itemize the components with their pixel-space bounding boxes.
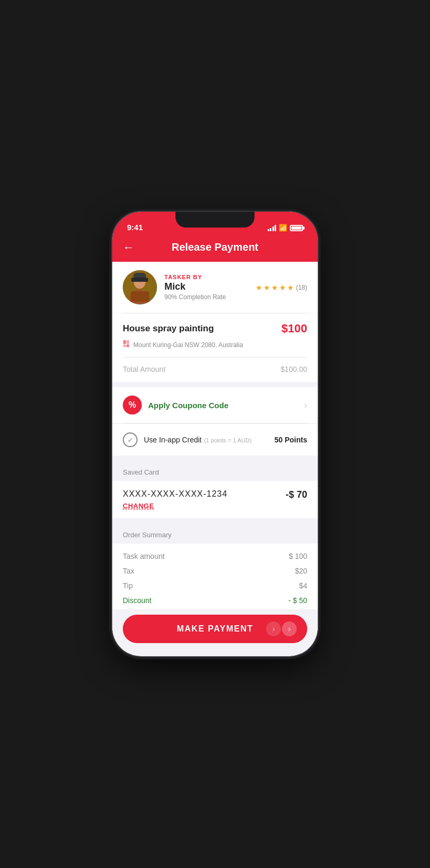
job-section: House spray painting $100 Mount Kuring-G… bbox=[112, 313, 318, 382]
header: ← Release Payment bbox=[112, 235, 318, 262]
task-amount-value: $ 100 bbox=[289, 552, 307, 560]
card-deduction: -$ 70 bbox=[286, 489, 307, 500]
card-left: XXXX-XXXX-XXXX-1234 CHANGE bbox=[123, 489, 228, 510]
chevron-2: › bbox=[282, 622, 297, 636]
battery-icon bbox=[290, 225, 303, 231]
svg-rect-10 bbox=[126, 344, 129, 347]
section-gap-2 bbox=[112, 456, 318, 461]
tasker-completion-rate: 90% Completion Rate bbox=[164, 293, 248, 301]
discount-label: Discount bbox=[123, 596, 151, 605]
make-payment-label: MAKE PAYMENT bbox=[177, 624, 253, 634]
coupon-icon: % bbox=[123, 396, 142, 415]
star-half: ★ bbox=[287, 283, 294, 292]
credit-icon: ✓ bbox=[123, 432, 138, 447]
chevron-right-icon: › bbox=[304, 400, 307, 411]
task-amount-label: Task amount bbox=[123, 552, 164, 560]
tip-label: Tip bbox=[123, 581, 133, 590]
avatar-image bbox=[123, 270, 157, 304]
total-value: $100.00 bbox=[280, 365, 307, 373]
job-total-row: Total Amount $100.00 bbox=[123, 365, 307, 373]
wifi-icon: 📶 bbox=[279, 224, 287, 232]
credit-left: ✓ Use In-app Credit (1 points = 1 AUD) bbox=[123, 432, 251, 447]
job-title: House spray painting bbox=[123, 323, 214, 334]
percent-icon: % bbox=[129, 400, 136, 410]
notch bbox=[175, 212, 255, 228]
order-summary-label: Order Summary bbox=[123, 531, 171, 539]
battery-fill bbox=[291, 226, 301, 230]
change-card-button[interactable]: CHANGE bbox=[123, 502, 228, 510]
tasker-info: TASKER BY Mick 90% Completion Rate bbox=[164, 274, 248, 301]
star-4: ★ bbox=[279, 283, 286, 292]
star-2: ★ bbox=[263, 283, 270, 292]
svg-rect-9 bbox=[123, 344, 126, 347]
section-gap-3 bbox=[112, 518, 318, 524]
page-title: Release Payment bbox=[172, 241, 259, 253]
discount-row: Discount - $ 50 bbox=[123, 596, 307, 605]
job-price: $100 bbox=[281, 322, 307, 336]
back-button[interactable]: ← bbox=[123, 241, 134, 254]
credit-points: 50 Points bbox=[275, 436, 307, 444]
discount-value: - $ 50 bbox=[288, 596, 307, 605]
saved-card-header: Saved Card bbox=[112, 461, 318, 481]
phone-screen: 9:41 📶 ← Release Payment bbox=[112, 212, 318, 656]
coupon-label: Apply Coupone Code bbox=[148, 401, 229, 410]
check-icon: ✓ bbox=[128, 436, 133, 444]
divider-2 bbox=[123, 423, 307, 423]
location-text: Mount Kuring-Gai NSW 2080, Australia bbox=[133, 341, 243, 349]
scroll-content: TASKER BY Mick 90% Completion Rate ★ ★ ★… bbox=[112, 262, 318, 654]
tax-value: $20 bbox=[295, 567, 307, 575]
total-label: Total Amount bbox=[123, 365, 165, 373]
location-icon bbox=[123, 340, 130, 350]
job-location: Mount Kuring-Gai NSW 2080, Australia bbox=[123, 340, 307, 350]
card-number: XXXX-XXXX-XXXX-1234 bbox=[123, 489, 228, 499]
payment-chevrons: › › bbox=[266, 622, 297, 636]
payment-bar: MAKE PAYMENT › › bbox=[112, 609, 318, 654]
tip-value: $4 bbox=[299, 581, 307, 590]
job-divider bbox=[123, 357, 307, 358]
job-header: House spray painting $100 bbox=[123, 322, 307, 336]
task-amount-row: Task amount $ 100 bbox=[123, 552, 307, 560]
tasker-label: TASKER BY bbox=[164, 274, 248, 280]
chevron-1: › bbox=[266, 622, 281, 636]
tasker-rating: ★ ★ ★ ★ ★ (18) bbox=[256, 283, 307, 292]
coupon-section[interactable]: % Apply Coupone Code › bbox=[112, 387, 318, 423]
phone-frame: 9:41 📶 ← Release Payment bbox=[112, 212, 318, 656]
tip-row: Tip $4 bbox=[123, 581, 307, 590]
svg-rect-6 bbox=[131, 278, 148, 282]
star-rating: ★ ★ ★ ★ ★ bbox=[256, 283, 294, 292]
star-1: ★ bbox=[256, 283, 262, 292]
svg-rect-8 bbox=[126, 340, 129, 344]
saved-card-section: XXXX-XXXX-XXXX-1234 CHANGE -$ 70 bbox=[112, 481, 318, 518]
avatar bbox=[123, 270, 157, 304]
tasker-card: TASKER BY Mick 90% Completion Rate ★ ★ ★… bbox=[112, 262, 318, 313]
tax-row: Tax $20 bbox=[123, 567, 307, 575]
make-payment-button[interactable]: MAKE PAYMENT › › bbox=[123, 615, 307, 643]
star-3: ★ bbox=[271, 283, 278, 292]
section-gap-1 bbox=[112, 382, 318, 387]
coupon-left: % Apply Coupone Code bbox=[123, 396, 229, 415]
order-summary-header: Order Summary bbox=[112, 524, 318, 544]
status-icons: 📶 bbox=[268, 224, 304, 232]
tax-label: Tax bbox=[123, 567, 134, 575]
credit-label: Use In-app Credit bbox=[144, 436, 202, 444]
rating-count: (18) bbox=[296, 284, 307, 291]
saved-card-label: Saved Card bbox=[123, 468, 159, 476]
svg-rect-3 bbox=[131, 291, 149, 302]
status-time: 9:41 bbox=[127, 223, 143, 232]
credit-text-wrap: Use In-app Credit (1 points = 1 AUD) bbox=[144, 435, 251, 445]
credit-subtext: (1 points = 1 AUD) bbox=[204, 437, 251, 443]
signal-icon bbox=[268, 225, 277, 231]
tasker-name: Mick bbox=[164, 281, 248, 292]
credit-section[interactable]: ✓ Use In-app Credit (1 points = 1 AUD) 5… bbox=[112, 424, 318, 456]
svg-rect-7 bbox=[123, 340, 126, 344]
